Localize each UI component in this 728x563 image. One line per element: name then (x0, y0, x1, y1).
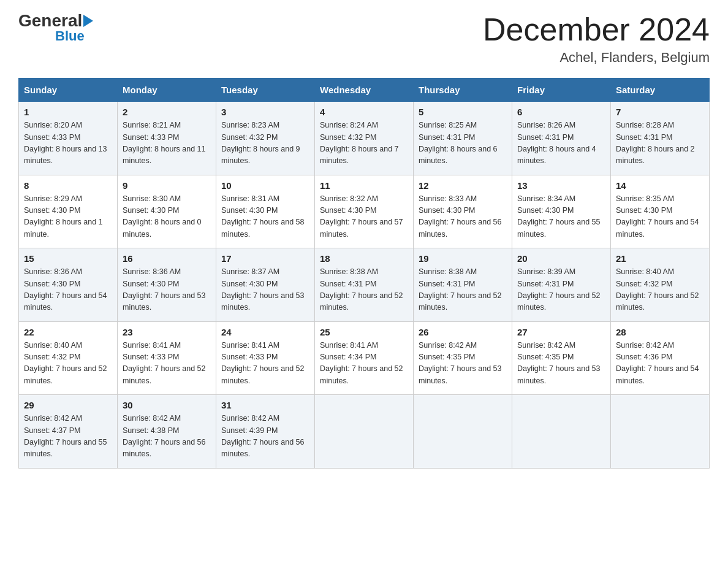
day-info: Sunrise: 8:35 AMSunset: 4:30 PMDaylight:… (616, 193, 704, 241)
day-info: Sunrise: 8:41 AMSunset: 4:33 PMDaylight:… (123, 340, 211, 388)
table-row: 3Sunrise: 8:23 AMSunset: 4:32 PMDaylight… (216, 102, 315, 175)
day-info: Sunrise: 8:36 AMSunset: 4:30 PMDaylight:… (24, 266, 112, 314)
day-number: 15 (24, 253, 112, 264)
day-number: 27 (517, 327, 605, 337)
table-row: 22Sunrise: 8:40 AMSunset: 4:32 PMDayligh… (19, 321, 118, 395)
day-info: Sunrise: 8:24 AMSunset: 4:32 PMDaylight:… (320, 120, 408, 167)
table-row: 21Sunrise: 8:40 AMSunset: 4:32 PMDayligh… (611, 248, 710, 322)
location-subtitle: Achel, Flanders, Belgium (483, 50, 710, 66)
day-number: 2 (123, 107, 211, 117)
day-number: 21 (616, 253, 704, 264)
day-info: Sunrise: 8:32 AMSunset: 4:30 PMDaylight:… (320, 193, 408, 241)
day-info: Sunrise: 8:31 AMSunset: 4:30 PMDaylight:… (221, 193, 309, 241)
calendar-week-row: 22Sunrise: 8:40 AMSunset: 4:32 PMDayligh… (19, 321, 710, 395)
calendar-week-row: 29Sunrise: 8:42 AMSunset: 4:37 PMDayligh… (19, 395, 710, 469)
day-number: 4 (320, 107, 408, 117)
table-row: 29Sunrise: 8:42 AMSunset: 4:37 PMDayligh… (19, 395, 118, 469)
day-info: Sunrise: 8:40 AMSunset: 4:32 PMDaylight:… (24, 340, 112, 388)
day-info: Sunrise: 8:42 AMSunset: 4:35 PMDaylight:… (419, 340, 507, 388)
calendar-week-row: 8Sunrise: 8:29 AMSunset: 4:30 PMDaylight… (19, 175, 710, 248)
day-info: Sunrise: 8:33 AMSunset: 4:30 PMDaylight:… (419, 193, 507, 241)
col-friday: Friday (512, 79, 611, 102)
table-row (512, 395, 611, 469)
month-title: December 2024 (483, 12, 710, 47)
col-wednesday: Wednesday (315, 79, 414, 102)
calendar-header-row: Sunday Monday Tuesday Wednesday Thursday… (19, 79, 710, 102)
col-tuesday: Tuesday (216, 79, 315, 102)
day-info: Sunrise: 8:37 AMSunset: 4:30 PMDaylight:… (221, 266, 309, 314)
day-info: Sunrise: 8:20 AMSunset: 4:33 PMDaylight:… (24, 120, 112, 167)
day-info: Sunrise: 8:38 AMSunset: 4:31 PMDaylight:… (419, 266, 507, 314)
day-info: Sunrise: 8:42 AMSunset: 4:37 PMDaylight:… (24, 413, 112, 461)
table-row: 13Sunrise: 8:34 AMSunset: 4:30 PMDayligh… (512, 175, 611, 248)
table-row (611, 395, 710, 469)
day-info: Sunrise: 8:36 AMSunset: 4:30 PMDaylight:… (123, 266, 211, 314)
day-number: 5 (419, 107, 507, 117)
day-number: 31 (221, 400, 309, 410)
day-number: 18 (320, 253, 408, 264)
day-number: 22 (24, 327, 112, 337)
table-row: 5Sunrise: 8:25 AMSunset: 4:31 PMDaylight… (414, 102, 512, 175)
logo-general-text: General (18, 12, 93, 29)
table-row: 26Sunrise: 8:42 AMSunset: 4:35 PMDayligh… (414, 321, 512, 395)
col-saturday: Saturday (611, 79, 710, 102)
table-row (414, 395, 512, 469)
table-row: 8Sunrise: 8:29 AMSunset: 4:30 PMDaylight… (19, 175, 118, 248)
day-info: Sunrise: 8:34 AMSunset: 4:30 PMDaylight:… (517, 193, 605, 241)
table-row: 23Sunrise: 8:41 AMSunset: 4:33 PMDayligh… (118, 321, 216, 395)
title-block: December 2024 Achel, Flanders, Belgium (483, 12, 710, 66)
day-number: 11 (320, 180, 408, 191)
logo-arrow-icon (83, 15, 93, 27)
table-row: 30Sunrise: 8:42 AMSunset: 4:38 PMDayligh… (118, 395, 216, 469)
table-row: 6Sunrise: 8:26 AMSunset: 4:31 PMDaylight… (512, 102, 611, 175)
calendar-week-row: 1Sunrise: 8:20 AMSunset: 4:33 PMDaylight… (19, 102, 710, 175)
day-info: Sunrise: 8:29 AMSunset: 4:30 PMDaylight:… (24, 193, 112, 241)
table-row: 2Sunrise: 8:21 AMSunset: 4:33 PMDaylight… (118, 102, 216, 175)
page-header: General Blue December 2024 Achel, Flande… (18, 12, 710, 66)
day-number: 9 (123, 180, 211, 191)
table-row (315, 395, 414, 469)
day-info: Sunrise: 8:21 AMSunset: 4:33 PMDaylight:… (123, 120, 211, 167)
day-number: 30 (123, 400, 211, 410)
table-row: 18Sunrise: 8:38 AMSunset: 4:31 PMDayligh… (315, 248, 414, 322)
day-info: Sunrise: 8:42 AMSunset: 4:38 PMDaylight:… (123, 413, 211, 461)
logo: General Blue (18, 12, 93, 43)
day-number: 12 (419, 180, 507, 191)
day-number: 6 (517, 107, 605, 117)
table-row: 19Sunrise: 8:38 AMSunset: 4:31 PMDayligh… (414, 248, 512, 322)
day-number: 19 (419, 253, 507, 264)
day-info: Sunrise: 8:25 AMSunset: 4:31 PMDaylight:… (419, 120, 507, 167)
table-row: 9Sunrise: 8:30 AMSunset: 4:30 PMDaylight… (118, 175, 216, 248)
day-info: Sunrise: 8:23 AMSunset: 4:32 PMDaylight:… (221, 120, 309, 167)
table-row: 24Sunrise: 8:41 AMSunset: 4:33 PMDayligh… (216, 321, 315, 395)
day-number: 23 (123, 327, 211, 337)
table-row: 15Sunrise: 8:36 AMSunset: 4:30 PMDayligh… (19, 248, 118, 322)
day-info: Sunrise: 8:42 AMSunset: 4:36 PMDaylight:… (616, 340, 704, 388)
day-info: Sunrise: 8:40 AMSunset: 4:32 PMDaylight:… (616, 266, 704, 314)
col-sunday: Sunday (19, 79, 118, 102)
table-row: 11Sunrise: 8:32 AMSunset: 4:30 PMDayligh… (315, 175, 414, 248)
day-number: 7 (616, 107, 704, 117)
day-info: Sunrise: 8:39 AMSunset: 4:31 PMDaylight:… (517, 266, 605, 314)
day-info: Sunrise: 8:41 AMSunset: 4:34 PMDaylight:… (320, 340, 408, 388)
calendar-week-row: 15Sunrise: 8:36 AMSunset: 4:30 PMDayligh… (19, 248, 710, 322)
day-number: 20 (517, 253, 605, 264)
day-number: 1 (24, 107, 112, 117)
day-info: Sunrise: 8:38 AMSunset: 4:31 PMDaylight:… (320, 266, 408, 314)
logo-blue-text: Blue (55, 29, 85, 43)
table-row: 10Sunrise: 8:31 AMSunset: 4:30 PMDayligh… (216, 175, 315, 248)
day-number: 17 (221, 253, 309, 264)
table-row: 16Sunrise: 8:36 AMSunset: 4:30 PMDayligh… (118, 248, 216, 322)
day-number: 24 (221, 327, 309, 337)
day-number: 10 (221, 180, 309, 191)
table-row: 27Sunrise: 8:42 AMSunset: 4:35 PMDayligh… (512, 321, 611, 395)
day-info: Sunrise: 8:41 AMSunset: 4:33 PMDaylight:… (221, 340, 309, 388)
day-number: 14 (616, 180, 704, 191)
table-row: 28Sunrise: 8:42 AMSunset: 4:36 PMDayligh… (611, 321, 710, 395)
table-row: 14Sunrise: 8:35 AMSunset: 4:30 PMDayligh… (611, 175, 710, 248)
table-row: 4Sunrise: 8:24 AMSunset: 4:32 PMDaylight… (315, 102, 414, 175)
day-number: 29 (24, 400, 112, 410)
day-number: 28 (616, 327, 704, 337)
table-row: 7Sunrise: 8:28 AMSunset: 4:31 PMDaylight… (611, 102, 710, 175)
day-info: Sunrise: 8:42 AMSunset: 4:39 PMDaylight:… (221, 413, 309, 461)
